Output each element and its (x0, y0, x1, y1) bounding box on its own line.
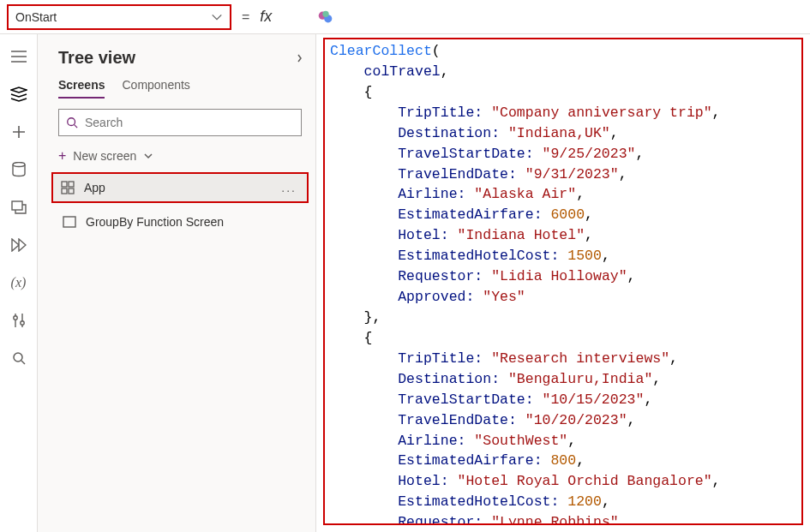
fx-label: fx (260, 8, 272, 26)
svg-point-6 (20, 321, 23, 325)
svg-rect-12 (69, 188, 74, 194)
variables-icon[interactable]: (x) (10, 274, 27, 291)
left-rail: (x) (0, 34, 38, 532)
svg-rect-11 (62, 188, 67, 194)
hamburger-icon[interactable] (10, 48, 27, 65)
copilot-icon[interactable] (316, 8, 335, 27)
insert-icon[interactable] (10, 123, 27, 140)
property-selector[interactable]: OnStart (7, 4, 231, 30)
search-rail-icon[interactable] (10, 350, 27, 367)
tree-view-panel: Tree view Screens Components + New scree… (38, 34, 316, 532)
search-input-wrap[interactable] (58, 109, 302, 136)
tab-screens[interactable]: Screens (58, 78, 105, 99)
svg-point-2 (323, 10, 329, 16)
app-icon (60, 180, 75, 195)
formula-bar: OnStart = fx (0, 0, 810, 34)
tree-item-app[interactable]: App ... (51, 172, 309, 203)
svg-point-7 (14, 353, 22, 362)
new-screen-button[interactable]: + New screen (38, 145, 315, 172)
data-icon[interactable] (10, 161, 27, 178)
svg-rect-4 (12, 201, 22, 210)
search-icon (66, 117, 78, 129)
plus-icon: + (58, 148, 66, 164)
equals-label: = (242, 9, 249, 25)
tree-item-label: GroupBy Function Screen (86, 215, 224, 229)
chevron-down-icon (143, 151, 153, 161)
svg-rect-13 (63, 217, 75, 227)
search-input[interactable] (85, 116, 294, 129)
svg-point-8 (68, 118, 75, 126)
advanced-tools-icon[interactable] (10, 312, 27, 329)
screen-icon (62, 214, 77, 230)
property-name: OnStart (15, 10, 57, 24)
svg-point-5 (13, 316, 16, 320)
expand-icon[interactable] (291, 53, 302, 63)
power-automate-icon[interactable] (10, 236, 27, 254)
tree-item-label: App (84, 181, 105, 194)
chevron-down-icon (211, 11, 223, 23)
media-icon[interactable] (10, 199, 27, 216)
tree-view-title: Tree view (58, 48, 135, 68)
tree-item-screen[interactable]: GroupBy Function Screen (38, 206, 315, 237)
svg-point-3 (13, 163, 25, 167)
new-screen-label: New screen (73, 149, 136, 163)
tab-components[interactable]: Components (122, 78, 189, 99)
more-icon[interactable]: ... (281, 181, 297, 194)
tree-view-icon[interactable] (10, 86, 27, 103)
svg-rect-9 (62, 182, 67, 187)
formula-editor[interactable]: ClearCollect( colTravel, { TripTitle: "C… (316, 34, 810, 532)
svg-rect-10 (69, 182, 74, 187)
